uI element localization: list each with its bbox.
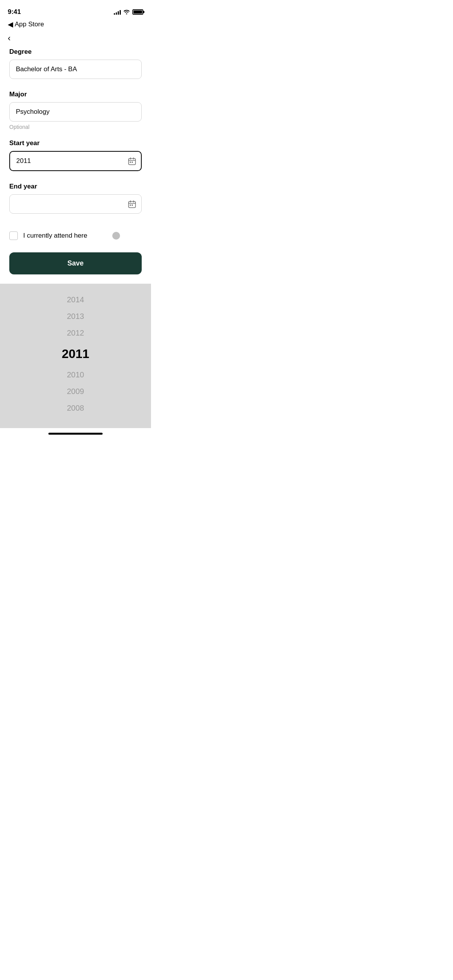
year-item-2012[interactable]: 2012 <box>0 325 151 341</box>
start-year-label: Start year <box>9 139 142 147</box>
checkbox-row: I currently attend here <box>0 225 151 246</box>
svg-rect-4 <box>130 205 131 206</box>
start-year-field-group: Start year <box>9 139 142 173</box>
home-indicator <box>48 433 103 435</box>
major-input-wrapper <box>9 102 142 124</box>
end-year-field-group: End year <box>9 183 142 216</box>
signal-bar-3 <box>118 11 119 15</box>
save-button[interactable]: Save <box>9 252 142 274</box>
back-chevron-icon[interactable]: ‹ <box>8 33 10 43</box>
year-item-2008[interactable]: 2008 <box>0 400 151 416</box>
wifi-icon <box>123 9 130 15</box>
degree-field-group: Degree <box>9 48 142 81</box>
end-year-label: End year <box>9 183 142 190</box>
end-year-input-wrapper <box>9 194 142 216</box>
start-year-input-wrapper <box>9 151 142 173</box>
degree-input[interactable] <box>9 60 142 79</box>
year-item-2010[interactable]: 2010 <box>0 367 151 383</box>
year-item-2011-selected[interactable]: 2011 <box>0 341 151 367</box>
year-item-2009[interactable]: 2009 <box>0 383 151 400</box>
year-item-2013[interactable]: 2013 <box>0 308 151 325</box>
battery-icon <box>132 9 143 15</box>
svg-rect-5 <box>132 205 133 206</box>
battery-fill <box>134 10 142 14</box>
app-store-label: App Store <box>15 21 44 28</box>
major-field-group: Major Optional <box>9 91 142 130</box>
end-year-input[interactable] <box>9 194 142 214</box>
status-icons <box>114 9 143 15</box>
start-year-calendar-icon[interactable] <box>128 157 136 168</box>
year-picker-container: 2014 2013 2012 2011 2010 2009 2008 <box>0 291 151 416</box>
signal-bars-icon <box>114 9 121 15</box>
year-item-2014[interactable]: 2014 <box>0 291 151 308</box>
degree-input-wrapper <box>9 60 142 81</box>
status-bar: 9:41 <box>0 0 151 19</box>
app-store-nav: ◀ App Store <box>0 19 151 30</box>
major-label: Major <box>9 91 142 98</box>
currently-attend-label: I currently attend here <box>23 232 87 240</box>
form-section: Degree Major Optional Start year <box>0 48 151 216</box>
signal-bar-1 <box>114 13 115 15</box>
major-input[interactable] <box>9 102 142 122</box>
svg-rect-2 <box>132 162 133 163</box>
currently-attend-checkbox[interactable] <box>9 231 18 240</box>
ripple-effect <box>112 232 120 240</box>
signal-bar-4 <box>120 10 121 15</box>
signal-bar-2 <box>116 12 117 15</box>
svg-rect-1 <box>130 162 131 163</box>
year-picker-section: 2014 2013 2012 2011 2010 2009 2008 <box>0 284 151 428</box>
major-hint: Optional <box>9 124 142 130</box>
app-store-back-arrow[interactable]: ◀ <box>8 20 13 29</box>
start-year-input[interactable] <box>9 151 142 171</box>
status-time: 9:41 <box>8 8 21 16</box>
degree-label: Degree <box>9 48 142 56</box>
end-year-calendar-icon[interactable] <box>128 200 136 211</box>
back-nav-row: ‹ <box>0 30 151 48</box>
